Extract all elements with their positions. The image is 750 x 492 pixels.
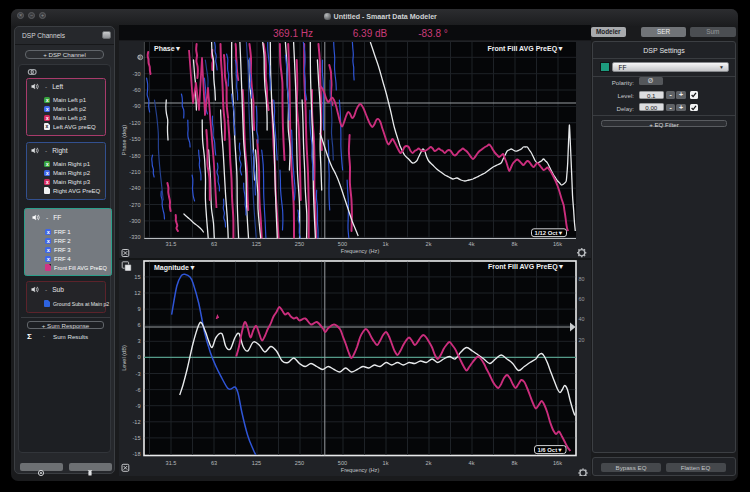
svg-text:12: 12	[134, 290, 140, 296]
svg-text:-180: -180	[129, 153, 140, 159]
svg-text:2k: 2k	[426, 460, 432, 466]
svg-text:31.5: 31.5	[166, 241, 177, 247]
svg-text:63: 63	[211, 241, 217, 247]
svg-text:15: 15	[134, 274, 140, 280]
svg-text:9: 9	[137, 306, 140, 312]
svg-text:-60: -60	[132, 87, 140, 93]
svg-text:6: 6	[137, 322, 140, 328]
svg-text:Frequency (Hz): Frequency (Hz)	[341, 467, 380, 473]
svg-text:1/12 Oct▼: 1/12 Oct▼	[535, 230, 564, 236]
svg-text:-3: -3	[136, 371, 141, 377]
svg-text:500: 500	[338, 460, 347, 466]
svg-text:Magnitude▼: Magnitude▼	[154, 264, 196, 272]
svg-text:3: 3	[137, 338, 140, 344]
svg-text:40: 40	[579, 316, 585, 322]
svg-text:Level (dB): Level (dB)	[121, 345, 127, 371]
svg-text:-330: -330	[129, 234, 140, 240]
svg-text:16k: 16k	[553, 241, 562, 247]
svg-text:125: 125	[252, 460, 261, 466]
svg-text:8k: 8k	[512, 460, 518, 466]
svg-text:31.5: 31.5	[166, 460, 177, 466]
svg-text:1/6 Oct▼: 1/6 Oct▼	[537, 447, 562, 453]
svg-text:-15: -15	[132, 435, 140, 441]
svg-text:60: 60	[579, 296, 585, 302]
svg-text:1k: 1k	[383, 460, 389, 466]
svg-text:-240: -240	[129, 185, 140, 191]
svg-text:6.39 dB: 6.39 dB	[353, 28, 388, 39]
svg-text:-6: -6	[136, 387, 141, 393]
svg-text:500: 500	[338, 241, 347, 247]
svg-text:2k: 2k	[426, 241, 432, 247]
svg-text:1k: 1k	[383, 241, 389, 247]
svg-text:20: 20	[579, 337, 585, 343]
svg-text:125: 125	[252, 241, 261, 247]
svg-text:Front Fill AVG PreEQ▼: Front Fill AVG PreEQ▼	[487, 45, 564, 53]
svg-text:63: 63	[211, 460, 217, 466]
svg-text:Phase▼: Phase▼	[154, 45, 182, 52]
svg-text:Phase (deg): Phase (deg)	[121, 125, 127, 156]
svg-text:0: 0	[137, 54, 140, 60]
svg-text:-30: -30	[132, 71, 140, 77]
svg-text:4k: 4k	[469, 241, 475, 247]
svg-text:-300: -300	[129, 218, 140, 224]
svg-text:80: 80	[579, 276, 585, 282]
svg-text:Frequency (Hz): Frequency (Hz)	[341, 248, 380, 254]
svg-text:250: 250	[295, 460, 304, 466]
svg-text:Front Fill AVG PreEQ▼: Front Fill AVG PreEQ▼	[488, 263, 565, 271]
svg-text:-210: -210	[129, 169, 140, 175]
svg-text:-270: -270	[129, 202, 140, 208]
svg-text:-18: -18	[132, 451, 140, 457]
svg-text:8k: 8k	[512, 241, 518, 247]
svg-text:-12: -12	[132, 419, 140, 425]
svg-text:4k: 4k	[469, 460, 475, 466]
svg-text:369.1 Hz: 369.1 Hz	[273, 28, 313, 39]
svg-text:-9: -9	[136, 403, 141, 409]
svg-text:250: 250	[295, 241, 304, 247]
svg-text:0: 0	[137, 354, 140, 360]
svg-text:-120: -120	[129, 120, 140, 126]
svg-text:-90: -90	[132, 103, 140, 109]
svg-text:-150: -150	[129, 136, 140, 142]
svg-text:16k: 16k	[553, 460, 562, 466]
svg-text:-83.8 °: -83.8 °	[418, 28, 448, 39]
